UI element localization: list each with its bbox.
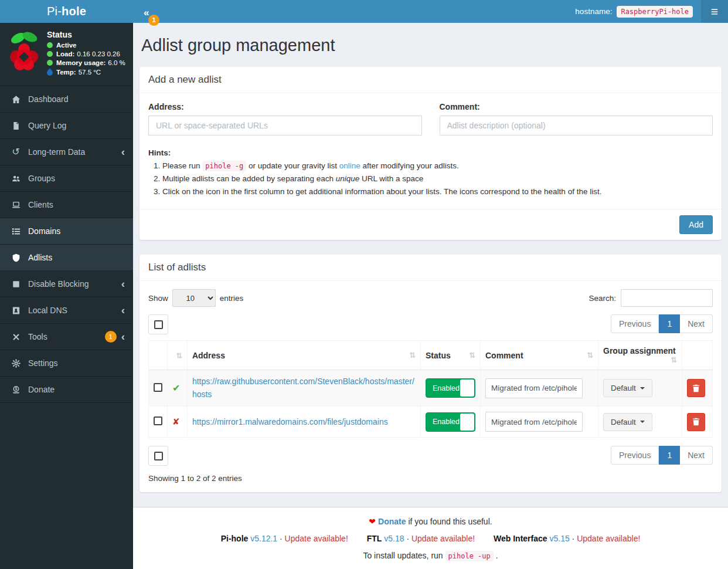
- status-toggle[interactable]: Enabled: [426, 378, 475, 398]
- pihole-update-link[interactable]: Update available!: [285, 534, 348, 543]
- sort-icon: ⇅: [587, 351, 593, 360]
- chevron-left-icon: ‹: [121, 280, 125, 288]
- page-1-button[interactable]: 1: [659, 314, 680, 333]
- address-input[interactable]: [148, 116, 422, 136]
- search-label: Search:: [588, 294, 616, 303]
- sidebar-item-query-log[interactable]: Query Log: [0, 113, 133, 139]
- status-toggle[interactable]: Enabled: [426, 412, 475, 432]
- page-size-select[interactable]: 10: [172, 289, 216, 307]
- sidebar-item-long-term-data[interactable]: ↺ Long-term Data ‹: [0, 139, 133, 165]
- status-title: Status: [47, 30, 125, 39]
- ftl-version-link[interactable]: v5.18: [384, 534, 404, 543]
- row-comment-input[interactable]: [485, 412, 583, 432]
- row-checkbox[interactable]: [154, 416, 162, 425]
- double-chevron-left-icon: «: [144, 7, 149, 18]
- page-title: Adlist group management: [141, 36, 720, 55]
- add-button[interactable]: Add: [679, 215, 713, 234]
- sidebar-collapse-icon[interactable]: « 1: [133, 5, 157, 19]
- group-assignment-dropdown[interactable]: Default: [603, 379, 652, 397]
- next-page-button[interactable]: Next: [680, 446, 713, 465]
- checkbox-icon: [154, 320, 163, 329]
- delete-button[interactable]: [687, 379, 705, 397]
- laptop-icon: [11, 201, 21, 209]
- sidebar-item-dashboard[interactable]: Dashboard: [0, 86, 133, 113]
- app-logo[interactable]: Pi-hole: [0, 0, 133, 23]
- sidebar-item-donate[interactable]: $ Donate: [0, 377, 133, 403]
- online-link[interactable]: online: [339, 161, 360, 170]
- page-footer: ❤Donate if you found this useful. Pi-hol…: [133, 507, 728, 569]
- update-count-badge[interactable]: 1: [148, 15, 159, 26]
- adlist-address[interactable]: https://mirror1.malwaredomains.com/files…: [192, 417, 388, 426]
- header-actions-col: [682, 341, 713, 370]
- header-status[interactable]: Status⇅: [421, 341, 481, 370]
- sidebar-item-tools[interactable]: Tools 1 ‹: [0, 324, 133, 350]
- adlist-table-card: List of adlists Show 10 entries Search:: [140, 255, 722, 492]
- sidebar-item-disable-blocking[interactable]: Disable Blocking ‹: [0, 271, 133, 297]
- pihole-g-code: pihole -g: [202, 161, 246, 171]
- header-checkbox-col: [149, 341, 168, 370]
- search-input[interactable]: [621, 289, 713, 307]
- entries-label: entries: [220, 294, 244, 303]
- svg-text:$: $: [15, 387, 17, 391]
- toggle-handle: [460, 380, 474, 397]
- table-header-row: ⇅ Address⇅ Status⇅ Comment⇅ Group assign…: [149, 341, 713, 370]
- hints-title: Hints:: [148, 148, 713, 157]
- brand-bold: hole: [62, 5, 86, 18]
- status-load: Load:0.16 0.23 0.26: [47, 50, 125, 57]
- tools-icon: [11, 333, 21, 341]
- page-1-button[interactable]: 1: [659, 446, 680, 465]
- shield-icon: [11, 253, 21, 262]
- caret-down-icon: [640, 387, 645, 390]
- sidebar-item-clients[interactable]: Clients: [0, 192, 133, 218]
- status-active: Active: [47, 42, 125, 49]
- sort-icon: ⇅: [409, 351, 416, 360]
- status-panel: Status Active Load:0.16 0.23 0.26 Memory…: [0, 23, 133, 86]
- sort-icon: ⇅: [671, 355, 677, 364]
- ftl-update-link[interactable]: Update available!: [411, 534, 475, 543]
- sidebar-item-settings[interactable]: Settings: [0, 350, 133, 377]
- web-interface-version: Web Interface v5.15 · Update available!: [494, 534, 640, 543]
- group-assignment-dropdown[interactable]: Default: [603, 413, 652, 431]
- version-line: Pi-hole v5.12.1 · Update available! FTL …: [139, 534, 722, 543]
- row-comment-input[interactable]: [485, 378, 583, 398]
- comment-input[interactable]: [440, 116, 713, 136]
- pihole-version-link[interactable]: v5.12.1: [250, 534, 277, 543]
- status-memory: Memory usage:6.0 %: [47, 59, 125, 66]
- sidebar-item-adlists[interactable]: Adlists: [0, 245, 133, 271]
- hamburger-menu-icon[interactable]: ≡: [701, 0, 728, 23]
- users-icon: [11, 174, 21, 183]
- adlist-address[interactable]: https://raw.githubusercontent.com/Steven…: [192, 377, 414, 399]
- header-comment[interactable]: Comment⇅: [481, 341, 598, 370]
- web-update-link[interactable]: Update available!: [577, 534, 640, 543]
- header-group[interactable]: Group assignment⇅: [598, 341, 682, 370]
- delete-button[interactable]: [687, 413, 705, 431]
- select-all-button-top[interactable]: [148, 314, 168, 334]
- brand-prefix: Pi-: [47, 5, 62, 18]
- gear-icon: [11, 359, 21, 368]
- header-health-col[interactable]: ⇅: [168, 341, 188, 370]
- header-address[interactable]: Address⇅: [187, 341, 420, 370]
- web-version-link[interactable]: v5.15: [549, 534, 569, 543]
- sidebar-item-domains[interactable]: Domains: [0, 218, 133, 245]
- donate-line: ❤Donate if you found this useful.: [139, 517, 722, 526]
- donate-link[interactable]: Donate: [378, 517, 406, 526]
- health-ok-icon[interactable]: ✔: [172, 383, 180, 393]
- sidebar: Status Active Load:0.16 0.23 0.26 Memory…: [0, 23, 133, 569]
- file-icon: [11, 121, 21, 130]
- health-error-icon[interactable]: ✘: [172, 416, 180, 426]
- hint-3: Click on the icon in the first column to…: [162, 187, 713, 196]
- heart-icon: ❤: [369, 517, 376, 526]
- address-book-icon: [11, 306, 21, 315]
- previous-page-button[interactable]: Previous: [611, 314, 659, 333]
- row-checkbox[interactable]: [154, 383, 162, 392]
- add-adlist-card: Add a new adlist Address: Comment: H: [140, 67, 722, 240]
- sidebar-item-groups[interactable]: Groups: [0, 165, 133, 192]
- sidebar-item-local-dns[interactable]: Local DNS ‹: [0, 297, 133, 324]
- green-dot-icon: [47, 42, 53, 48]
- history-icon: ↺: [11, 148, 21, 156]
- select-all-button-bottom[interactable]: [148, 446, 168, 466]
- next-page-button[interactable]: Next: [680, 314, 713, 333]
- pihole-raspberry-logo: [7, 30, 41, 79]
- green-dot-icon: [47, 51, 53, 57]
- previous-page-button[interactable]: Previous: [611, 446, 659, 465]
